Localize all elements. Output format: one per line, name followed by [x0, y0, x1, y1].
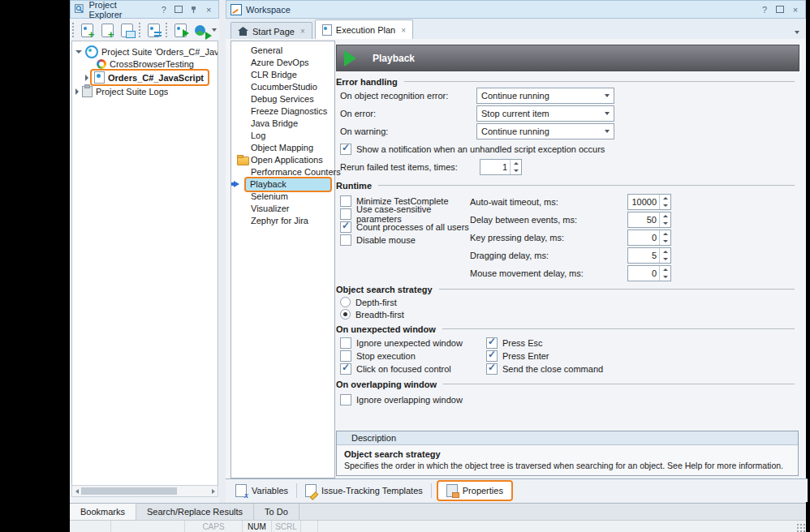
- combobox-dropdown-icon[interactable]: [601, 107, 613, 120]
- list-item[interactable]: CLR Bridge: [231, 69, 334, 81]
- disable-mouse-checkbox[interactable]: [340, 234, 351, 246]
- minimize-testcomplete-checkbox[interactable]: [340, 195, 351, 207]
- radio-row: Breadth-first: [334, 308, 803, 320]
- spinner-buttons[interactable]: [659, 248, 670, 263]
- press-enter-checkbox[interactable]: [486, 350, 498, 362]
- mouse-movement-delay-spinner[interactable]: 0: [627, 265, 671, 281]
- spinner-buttons[interactable]: [659, 195, 670, 209]
- close-icon[interactable]: ×: [790, 4, 801, 15]
- tab-variables[interactable]: Variables: [227, 482, 296, 500]
- tree-item-project[interactable]: Orders_C#_JavaScript: [72, 70, 218, 85]
- combobox-dropdown-icon[interactable]: [601, 125, 613, 138]
- tab-execution-plan[interactable]: Execution Plan ×: [315, 19, 413, 41]
- ignore-unexpected-window-checkbox[interactable]: [340, 337, 351, 349]
- stop-execution-checkbox[interactable]: [340, 350, 351, 362]
- list-item[interactable]: Selenium: [231, 191, 334, 203]
- list-item[interactable]: CucumberStudio: [231, 81, 334, 93]
- selected-project-highlight[interactable]: Orders_C#_JavaScript: [92, 71, 208, 84]
- list-item-open-applications[interactable]: Open Applications: [231, 154, 334, 166]
- new-project-button[interactable]: +: [99, 21, 115, 39]
- toolbar-grip[interactable]: [72, 23, 75, 37]
- on-error-combobox[interactable]: Stop current item: [476, 105, 614, 122]
- tab-start-page[interactable]: Start Page ×: [231, 22, 312, 40]
- list-item[interactable]: Object Mapping: [231, 142, 334, 154]
- chevron-right-icon[interactable]: [75, 88, 79, 95]
- on-warning-combobox[interactable]: Continue running: [476, 123, 614, 139]
- properties-icon: [446, 484, 458, 497]
- case-sensitive-parameters-checkbox[interactable]: [340, 208, 351, 220]
- press-esc-checkbox[interactable]: [486, 337, 498, 349]
- count-processes-checkbox[interactable]: [340, 221, 351, 233]
- depth-first-radio[interactable]: [340, 297, 351, 307]
- run-project-suite-button[interactable]: [172, 21, 188, 39]
- list-item[interactable]: General: [231, 45, 334, 57]
- list-item[interactable]: Visualizer: [231, 203, 334, 215]
- open-file-button[interactable]: [118, 21, 135, 39]
- checkbox-row: Disable mouse: [340, 234, 470, 247]
- list-item[interactable]: Zephyr for Jira: [231, 215, 334, 227]
- tab-to-do[interactable]: To Do: [254, 504, 299, 520]
- key-pressing-delay-spinner[interactable]: 0: [627, 230, 671, 246]
- section-object-search-strategy: Object search strategy: [336, 284, 795, 294]
- spinner-buttons[interactable]: [510, 160, 521, 174]
- click-on-focused-control-checkbox[interactable]: [340, 363, 351, 375]
- on-object-recognition-error-combobox[interactable]: Continue running: [476, 88, 614, 104]
- delay-between-events-spinner[interactable]: 50: [627, 212, 671, 228]
- scroll-left-icon[interactable]: [72, 489, 81, 494]
- new-project-suite-button[interactable]: +: [80, 21, 96, 39]
- list-item[interactable]: Azure DevOps: [231, 57, 334, 69]
- combobox-dropdown-icon[interactable]: [601, 89, 613, 102]
- maximize-icon[interactable]: [774, 4, 786, 15]
- list-item-playback-selected[interactable]: Playback: [246, 178, 330, 191]
- auto-wait-timeout-spinner[interactable]: 10000: [627, 194, 671, 210]
- dragging-delay-spinner[interactable]: 5: [627, 247, 671, 264]
- tree-item-crossbrowsertesting[interactable]: CrossBrowserTesting: [72, 58, 218, 70]
- checkbox-label: Use case-sensitive parameters: [356, 204, 470, 224]
- list-item[interactable]: Freeze Diagnostics: [231, 105, 334, 118]
- field-label: On warning:: [340, 127, 476, 136]
- run-project-button[interactable]: [192, 21, 209, 39]
- list-item[interactable]: Performance Counters: [231, 166, 334, 178]
- ignore-overlapping-window-checkbox[interactable]: [340, 394, 351, 405]
- issue-tracking-icon: [305, 484, 317, 497]
- execution-plan-button[interactable]: [145, 21, 162, 39]
- help-icon[interactable]: ?: [759, 4, 770, 15]
- search-icon: [75, 4, 85, 15]
- tab-issue-tracking-templates[interactable]: Issue-Tracking Templates: [297, 482, 431, 500]
- close-tab-icon[interactable]: ×: [300, 27, 305, 36]
- chevron-right-icon[interactable]: [85, 75, 88, 81]
- horizontal-scrollbar[interactable]: [71, 485, 218, 497]
- send-close-command-checkbox[interactable]: [486, 363, 498, 375]
- tree-item-project-suite[interactable]: Project Suite 'Orders_C#_JavaScript' (1: [72, 45, 218, 58]
- scroll-right-icon[interactable]: [209, 489, 218, 494]
- list-item[interactable]: Log: [231, 130, 334, 142]
- spinner-buttons[interactable]: [659, 230, 670, 245]
- spinner-buttons[interactable]: [659, 212, 670, 227]
- tab-properties[interactable]: Properties: [438, 482, 511, 500]
- spinner-buttons[interactable]: [659, 266, 670, 281]
- tab-search-replace-results[interactable]: Search/Replace Results: [136, 504, 254, 520]
- close-icon[interactable]: ×: [204, 4, 215, 15]
- checkbox-row: Click on focused control: [340, 363, 486, 375]
- close-tab-icon[interactable]: ×: [401, 26, 406, 35]
- checkbox-label: Press Esc: [502, 338, 543, 348]
- tree-item-label: CrossBrowserTesting: [110, 59, 194, 69]
- tab-list-dropdown-icon[interactable]: [795, 31, 799, 34]
- breadth-first-radio[interactable]: [340, 309, 351, 320]
- resize-grip[interactable]: [795, 522, 806, 532]
- status-cell: [301, 521, 318, 532]
- help-icon[interactable]: ?: [158, 4, 170, 15]
- tab-bookmarks[interactable]: Bookmarks: [70, 504, 136, 520]
- tree-item-project-suite-logs[interactable]: Project Suite Logs: [72, 85, 218, 97]
- properties-bottom-tabbar: Variables Issue-Tracking Templates Prope…: [226, 478, 808, 502]
- scrollbar-thumb[interactable]: [81, 487, 177, 495]
- maximize-icon[interactable]: [174, 4, 185, 15]
- list-item[interactable]: Debug Services: [231, 93, 334, 105]
- unexpected-window-col2: Press Esc Press Enter Send the close com…: [486, 337, 603, 375]
- run-dropdown-icon[interactable]: [212, 28, 217, 32]
- list-item[interactable]: Java Bridge: [231, 118, 334, 130]
- pin-icon[interactable]: [188, 4, 200, 15]
- chevron-down-icon[interactable]: [75, 50, 82, 54]
- rerun-times-spinner[interactable]: 1: [480, 159, 522, 175]
- show-notification-checkbox[interactable]: [340, 144, 351, 155]
